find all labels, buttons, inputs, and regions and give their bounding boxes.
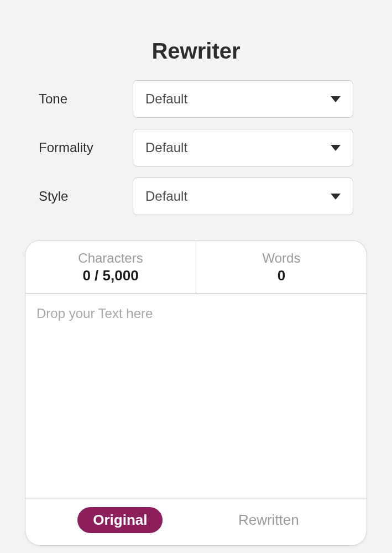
style-select[interactable]: Default — [133, 178, 353, 215]
editor-card: Characters 0 / 5,000 Words 0 Original Re… — [25, 240, 367, 546]
tone-select-value: Default — [145, 91, 187, 107]
style-label: Style — [39, 189, 133, 204]
caret-down-icon — [331, 145, 341, 151]
tab-original[interactable]: Original — [77, 507, 163, 533]
caret-down-icon — [331, 194, 341, 200]
page-title: Rewriter — [17, 0, 375, 80]
characters-value: 0 / 5,000 — [31, 267, 190, 284]
tab-rewritten[interactable]: Rewritten — [223, 507, 315, 533]
characters-stat: Characters 0 / 5,000 — [25, 241, 196, 293]
words-label: Words — [202, 251, 361, 266]
words-stat: Words 0 — [196, 241, 367, 293]
tone-select[interactable]: Default — [133, 80, 353, 118]
style-row: Style Default — [17, 178, 375, 215]
formality-label: Formality — [39, 140, 133, 155]
style-select-value: Default — [145, 189, 187, 204]
caret-down-icon — [331, 96, 341, 102]
text-input[interactable] — [25, 294, 367, 498]
stats-row: Characters 0 / 5,000 Words 0 — [25, 241, 367, 294]
words-value: 0 — [202, 267, 361, 284]
characters-label: Characters — [31, 251, 190, 266]
tone-row: Tone Default — [17, 80, 375, 118]
formality-select[interactable]: Default — [133, 129, 353, 166]
tone-label: Tone — [39, 91, 133, 107]
view-tabs: Original Rewritten — [25, 498, 367, 545]
formality-row: Formality Default — [17, 129, 375, 166]
formality-select-value: Default — [145, 140, 187, 155]
